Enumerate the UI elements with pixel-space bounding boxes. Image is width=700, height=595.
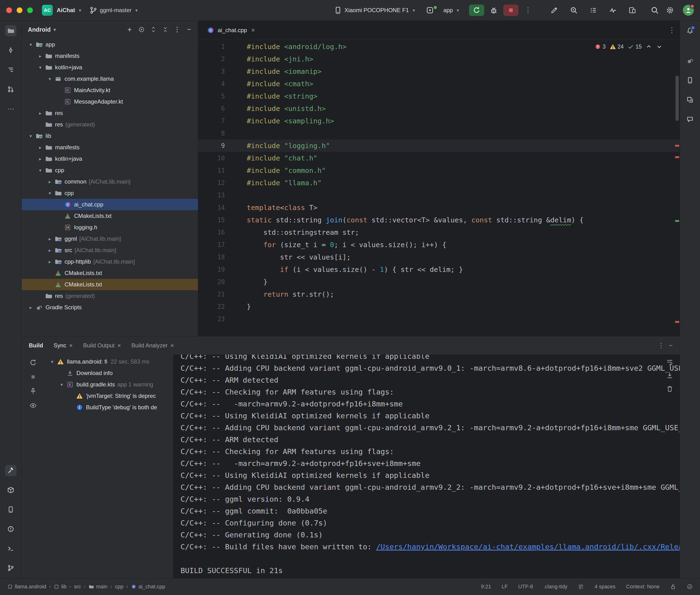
previous-problem-icon[interactable] — [645, 43, 652, 50]
search-everywhere-button[interactable] — [649, 4, 661, 16]
tree-item-res[interactable]: res(generated) — [22, 290, 198, 302]
settings-button[interactable] — [664, 4, 676, 16]
tool-window-button-problems[interactable] — [5, 523, 17, 535]
breadcrumb-item-lib[interactable]: lib — [54, 584, 66, 590]
tree-item-cmakelists.txt[interactable]: CMakeLists.txt — [22, 267, 198, 279]
tool-window-button-device-explorer[interactable] — [5, 504, 17, 515]
tree-chevron-icon[interactable]: ▾ — [26, 133, 35, 139]
run-configuration-selector[interactable]: app ▾ — [426, 6, 459, 14]
editor-tab[interactable]: C ai_chat.cpp × — [202, 21, 259, 40]
line-number[interactable]: 15 — [198, 217, 232, 224]
tree-chevron-icon[interactable]: ▾ — [48, 359, 56, 365]
soft-wrap-icon[interactable] — [666, 358, 674, 366]
pin-icon[interactable] — [29, 387, 37, 395]
tree-chevron-icon[interactable]: ▸ — [36, 156, 45, 162]
breadcrumb-item-src[interactable]: src — [74, 584, 81, 590]
minimize-window-button[interactable] — [17, 7, 22, 13]
tree-chevron-icon[interactable]: ▸ — [26, 305, 35, 310]
tree-chevron-icon[interactable]: ▸ — [46, 179, 54, 185]
resync-icon[interactable] — [29, 359, 37, 366]
tree-item-download-info[interactable]: Download info — [45, 367, 173, 379]
filter-view-icon[interactable] — [29, 402, 37, 409]
tool-window-button-gradle[interactable] — [684, 55, 696, 66]
line-number[interactable]: 8 — [198, 130, 232, 137]
code-line-11[interactable]: 11#include "common.h" — [198, 164, 680, 177]
tree-item-kotlin-java[interactable]: ▸kotlin+java — [22, 153, 198, 165]
tree-item-kotlin-java[interactable]: ▾kotlin+java — [22, 62, 198, 73]
code-line-17[interactable]: 17 for (size_t i = 0; i < values.size();… — [198, 238, 680, 251]
code-line-12[interactable]: 12#include "llama.h" — [198, 177, 680, 189]
tree-chevron-icon[interactable]: ▾ — [26, 42, 35, 47]
tree-item-gradle-scripts[interactable]: ▸Gradle Scripts — [22, 302, 198, 313]
code-line-2[interactable]: 2#include <jni.h> — [198, 53, 680, 65]
close-tab-icon[interactable]: × — [69, 342, 73, 349]
todo-button[interactable] — [588, 4, 599, 16]
next-problem-icon[interactable] — [656, 43, 663, 50]
status-item-inspections[interactable] — [687, 584, 693, 590]
line-number[interactable]: 10 — [198, 154, 232, 162]
add-button[interactable]: + — [124, 25, 135, 34]
tree-item-ggml[interactable]: ▸ggml[AiChat.lib.main] — [22, 233, 198, 245]
tree-chevron-icon[interactable]: ▾ — [57, 382, 66, 387]
code-line-14[interactable]: 14template<class T> — [198, 201, 680, 214]
line-number[interactable]: 1 — [198, 43, 232, 50]
status-item-.clang-tidy[interactable]: .clang-tidy — [543, 584, 567, 590]
build-tab-build-analyzer[interactable]: Build Analyzer× — [132, 342, 174, 349]
line-number[interactable]: 17 — [198, 241, 232, 248]
line-number[interactable]: 9 — [198, 142, 232, 149]
hide-panel-button[interactable]: − — [184, 25, 194, 34]
breadcrumb-item-main[interactable]: main — [88, 584, 107, 590]
tree-item-com.example.llama[interactable]: ▾com.example.llama — [22, 73, 198, 85]
tree-item-cmakelists.txt[interactable]: CMakeLists.txt — [22, 279, 198, 290]
tool-window-button-pull-requests[interactable] — [5, 84, 17, 95]
status-item-9-21[interactable]: 9:21 — [481, 584, 491, 590]
tree-item--jvmtarget-string-is-deprec[interactable]: 'jvmTarget: String' is deprec — [45, 390, 173, 402]
line-number[interactable]: 3 — [198, 68, 232, 75]
code-line-22[interactable]: 22} — [198, 301, 680, 313]
tree-item-app[interactable]: ▾app — [22, 39, 198, 50]
tree-chevron-icon[interactable]: ▸ — [36, 111, 45, 116]
tree-item-lib[interactable]: ▾lib — [22, 130, 198, 142]
line-number[interactable]: 2 — [198, 55, 232, 63]
status-item-formatter[interactable] — [578, 584, 584, 590]
status-item-utf-8[interactable]: UTF-8 — [518, 584, 533, 590]
editor-scrollbar-thumb[interactable] — [675, 76, 679, 121]
close-tab-icon[interactable]: × — [171, 342, 174, 349]
device-mirroring-button[interactable] — [627, 4, 638, 16]
tool-window-button-commit[interactable] — [5, 45, 17, 56]
tool-window-button-more[interactable]: ⋯ — [5, 103, 17, 115]
tool-window-button-app-insights[interactable] — [684, 114, 696, 125]
user-avatar[interactable] — [683, 5, 694, 16]
debug-button[interactable] — [488, 4, 500, 16]
line-number[interactable]: 4 — [198, 80, 232, 87]
code-line-15[interactable]: 15static std::string join(const std::vec… — [198, 214, 680, 226]
tree-chevron-icon[interactable]: ▸ — [36, 53, 45, 59]
line-number[interactable]: 5 — [198, 93, 232, 100]
stop-sync-icon[interactable] — [29, 373, 37, 381]
tool-window-button-terminal[interactable] — [5, 543, 17, 554]
line-number[interactable]: 7 — [198, 117, 232, 124]
tree-item-cmakelists.txt[interactable]: CMakeLists.txt — [22, 210, 198, 222]
tree-chevron-icon[interactable]: ▾ — [36, 65, 45, 70]
run-more-actions-button[interactable]: ⋮ — [522, 4, 534, 16]
code-line-9[interactable]: 9#include "logging.h" — [198, 140, 680, 152]
tool-window-button-project[interactable] — [5, 25, 17, 36]
clear-output-icon[interactable] — [666, 385, 674, 393]
rename-button[interactable] — [549, 4, 560, 16]
tool-window-button-device-manager[interactable] — [684, 75, 696, 86]
line-number[interactable]: 13 — [198, 192, 232, 199]
close-tab-icon[interactable]: × — [117, 342, 121, 349]
find-usages-button[interactable] — [568, 4, 580, 16]
code-line-10[interactable]: 10#include "chat.h" — [198, 152, 680, 164]
code-line-4[interactable]: 4#include <cmath> — [198, 78, 680, 90]
tree-item-manifests[interactable]: ▸manifests — [22, 50, 198, 62]
panel-options-button[interactable]: ⋮ — [172, 25, 182, 34]
locate-file-button[interactable] — [137, 25, 146, 34]
code-line-20[interactable]: 20 } — [198, 276, 680, 288]
code-line-18[interactable]: 18 str << values[i]; — [198, 251, 680, 263]
line-number[interactable]: 16 — [198, 229, 232, 236]
code-line-6[interactable]: 6#include <unistd.h> — [198, 103, 680, 115]
line-number[interactable]: 23 — [198, 315, 232, 322]
collapse-all-button[interactable] — [160, 25, 170, 34]
tree-chevron-icon[interactable]: ▸ — [46, 259, 54, 264]
